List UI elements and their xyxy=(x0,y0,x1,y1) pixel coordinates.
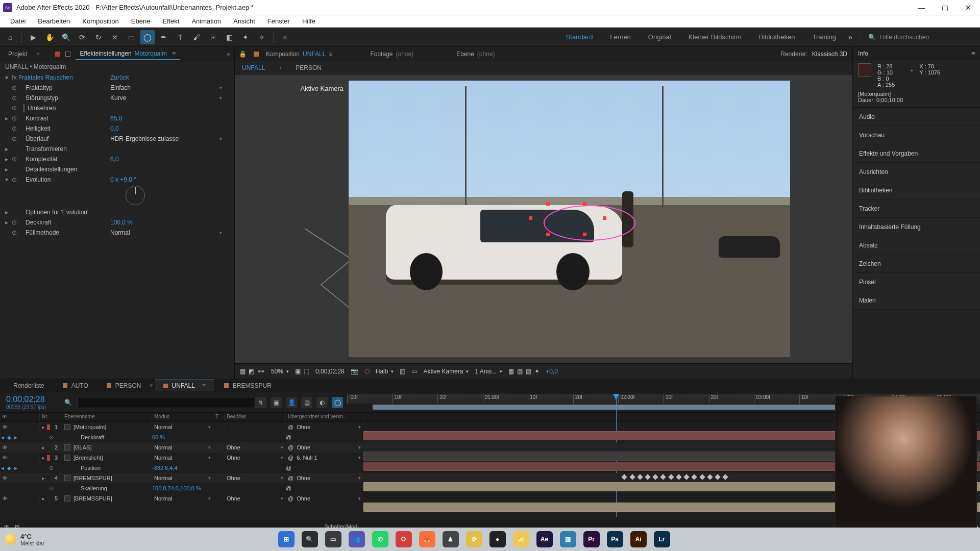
rect-tool[interactable]: ▭ xyxy=(124,30,138,44)
toggle-icon[interactable]: 👓 xyxy=(257,368,265,375)
clone-tool[interactable]: ⎘ xyxy=(206,30,220,44)
fx-prop-komplexit-t[interactable]: Komplexität xyxy=(18,156,110,163)
workspace-original[interactable]: Original xyxy=(648,33,671,41)
view3d3-icon[interactable]: ▨ xyxy=(526,368,531,375)
fx-toggle-icon[interactable]: fx xyxy=(10,74,18,81)
panel-audio[interactable]: Audio xyxy=(853,108,980,126)
pickwhip-icon[interactable]: @ xyxy=(288,424,293,430)
effect-name[interactable]: Fraktales Rauschen xyxy=(18,74,110,81)
panel-ausrichten[interactable]: Ausrichten xyxy=(853,163,980,181)
view3d4-icon[interactable]: ✦ xyxy=(534,368,540,375)
renderer-value[interactable]: Klassisch 3D xyxy=(812,51,847,58)
stopwatch-icon[interactable]: ⊙ xyxy=(49,465,54,471)
fx-value[interactable]: 100,0 % xyxy=(110,219,231,226)
fx-prop-fraktaltyp[interactable]: Fraktaltyp xyxy=(18,84,110,91)
track-matte-dropdown[interactable]: Ohne▾ xyxy=(227,475,283,481)
fx-value[interactable]: 0,0 xyxy=(110,125,231,132)
view3d-icon[interactable]: ▦ xyxy=(508,368,514,375)
layer-name[interactable]: [GLAS] xyxy=(74,444,91,450)
zoom-tool[interactable]: 🔍 xyxy=(59,30,73,44)
fx-prop-umkehren[interactable]: Umkehren xyxy=(18,105,110,112)
evolution-knob[interactable] xyxy=(126,186,145,205)
views-dropdown[interactable]: 1 Ansi...▾ xyxy=(475,368,502,375)
pickwhip-icon[interactable]: @ xyxy=(288,444,293,450)
brush-tool[interactable]: 🖌 xyxy=(189,30,204,44)
close-button[interactable]: ✕ xyxy=(957,0,980,15)
mask-ellipse[interactable] xyxy=(544,205,635,241)
menu-effekt[interactable]: Effekt xyxy=(157,16,184,26)
tab-project[interactable]: Projekt xyxy=(4,48,31,60)
fx-value-dropdown[interactable]: Normal▾ xyxy=(110,229,231,236)
reset-link[interactable]: Zurück xyxy=(110,74,231,81)
timeline-tab-auto[interactable]: AUTO xyxy=(55,380,96,391)
visibility-icon[interactable]: 👁 xyxy=(2,495,8,502)
workspace-lernen[interactable]: Lernen xyxy=(610,33,630,41)
workspace-kleiner bildschirm[interactable]: Kleiner Bildschirm xyxy=(689,33,742,41)
snapshot-icon[interactable]: 📷 xyxy=(351,368,358,375)
panel-bibliotheken[interactable]: Bibliotheken xyxy=(853,181,980,199)
fx-prop-optionen-f-r-evolution-[interactable]: Optionen für 'Evolution' xyxy=(18,209,110,216)
track-matte-dropdown[interactable]: Ohne▾ xyxy=(227,495,283,502)
taskbar-app-teams[interactable]: 👥 xyxy=(349,531,365,547)
blend-mode-dropdown[interactable]: Normal▾ xyxy=(154,455,211,461)
keyframe[interactable] xyxy=(707,474,713,480)
visibility-icon[interactable]: 👁 xyxy=(2,444,8,450)
taskbar-app-whatsapp[interactable]: ✆ xyxy=(372,531,388,547)
twirl-icon[interactable]: ▸ xyxy=(42,444,45,451)
menu-komposition[interactable]: Komposition xyxy=(77,16,124,26)
workspace-standard[interactable]: Standard xyxy=(566,33,593,41)
pickwhip-icon[interactable]: @ xyxy=(286,465,291,471)
taskbar-app-app3[interactable]: ▥ xyxy=(560,531,576,547)
minimize-button[interactable]: — xyxy=(910,0,933,15)
keyframe[interactable] xyxy=(668,474,674,480)
home-button[interactable]: ⌂ xyxy=(3,30,17,44)
fx-value[interactable]: 6,0 xyxy=(110,156,231,163)
zoom-dropdown[interactable]: 50%▾ xyxy=(271,368,289,375)
layer-name[interactable]: [BREMSSPUR] xyxy=(74,495,112,502)
resolution-dropdown[interactable]: Halb▾ xyxy=(376,368,394,375)
info-panel-header[interactable]: Info≡ xyxy=(853,47,980,60)
property-value[interactable]: 100,0,74,0,100,0 % xyxy=(152,485,213,491)
fx-value[interactable]: 65,0 xyxy=(110,115,231,122)
panel-vorschau[interactable]: Vorschau xyxy=(853,126,980,144)
workspace-bibliotheken[interactable]: Bibliotheken xyxy=(759,33,795,41)
taskbar-app-app2[interactable]: ⟳ xyxy=(466,531,482,547)
tab-footage[interactable]: Footage xyxy=(370,51,393,58)
parent-dropdown[interactable]: Ohne▾ xyxy=(297,475,361,481)
comp-mini-flow-icon[interactable]: ↯ xyxy=(255,397,266,408)
panel-pinsel[interactable]: Pinsel xyxy=(853,273,980,291)
weather-widget[interactable]: 4°C Meist klar xyxy=(5,533,44,546)
menu-datei[interactable]: Datei xyxy=(5,16,31,26)
taskbar-app-obs[interactable]: ● xyxy=(489,531,506,547)
workspace-overflow[interactable]: » xyxy=(843,30,857,44)
fx-prop-evolution[interactable]: Evolution xyxy=(18,176,110,183)
fx-value-dropdown[interactable]: Einfach▾ xyxy=(110,84,231,91)
panel-tracker[interactable]: Tracker xyxy=(853,199,980,218)
taskbar-app-start[interactable]: ⊞ xyxy=(278,531,295,547)
visibility-icon[interactable]: 👁 xyxy=(2,475,8,481)
panel-malen[interactable]: Malen xyxy=(853,291,980,310)
property-value[interactable]: -332,6,4,4 xyxy=(152,465,213,471)
taskbar-app-app1[interactable]: ♟ xyxy=(443,531,459,547)
menu-hilfe[interactable]: Hilfe xyxy=(297,16,321,26)
help-search[interactable]: 🔍 Hilfe durchsuchen xyxy=(860,34,977,41)
layer-name[interactable]: [BREMSSPUR] xyxy=(74,475,112,481)
pickwhip-icon[interactable]: @ xyxy=(286,434,291,440)
crumb-unfall[interactable]: UNFALL xyxy=(242,64,265,71)
timeline-tab-unfall[interactable]: UNFALL ≡ xyxy=(155,380,214,391)
tab-layer[interactable]: Ebene xyxy=(456,51,474,58)
menu-bearbeiten[interactable]: Bearbeiten xyxy=(33,16,75,26)
menu-ansicht[interactable]: Ansicht xyxy=(228,16,260,26)
tab-composition[interactable]: Komposition xyxy=(266,51,300,58)
keyframe[interactable] xyxy=(622,474,627,480)
lock-icon[interactable]: 🔒 xyxy=(239,51,247,58)
keyframe[interactable] xyxy=(676,474,681,480)
rotate-tool[interactable]: ↻ xyxy=(91,30,106,44)
taskbar-app-taskview[interactable]: ▭ xyxy=(325,531,341,547)
region-icon[interactable]: ⬚ xyxy=(304,368,309,375)
keyframe[interactable] xyxy=(683,474,689,480)
mask-icon[interactable]: ◩ xyxy=(249,368,254,375)
twirl-icon[interactable]: ▾ xyxy=(3,74,10,81)
keyframe[interactable] xyxy=(645,474,650,480)
snap-icon[interactable]: ▣ xyxy=(295,368,301,375)
